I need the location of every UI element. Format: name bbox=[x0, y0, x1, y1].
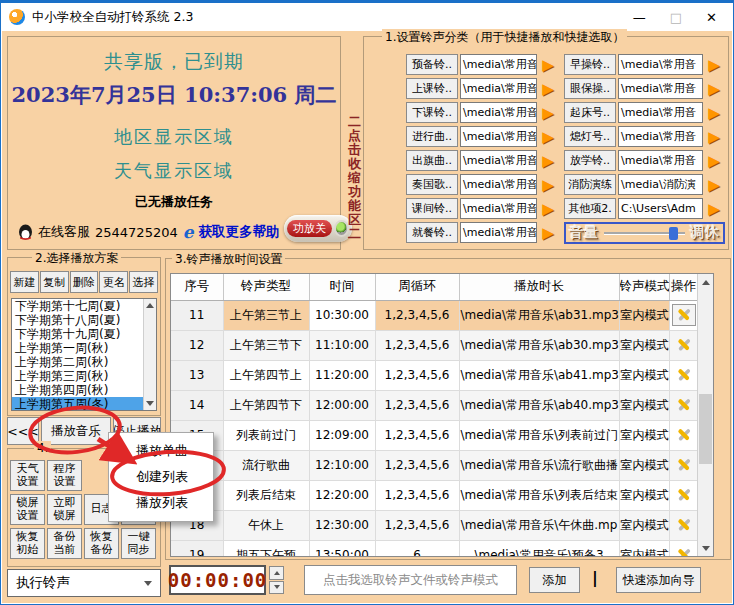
play-icon[interactable]: ▶ bbox=[703, 176, 725, 194]
category-button[interactable]: 其他项2. bbox=[564, 198, 616, 219]
tools-button[interactable] bbox=[672, 394, 696, 416]
category-button[interactable]: 课间铃.. bbox=[406, 198, 458, 219]
category-button[interactable]: 预备铃.. bbox=[406, 54, 458, 75]
tool-button[interactable]: 立即 锁屏 bbox=[47, 494, 82, 525]
tool-button[interactable]: 天气 设置 bbox=[10, 460, 45, 491]
scheme-list-scrollbar[interactable] bbox=[143, 299, 156, 410]
sound-path-field[interactable]: \media\常用音 bbox=[618, 54, 703, 75]
scheme-list-item[interactable]: 下学期第十八周(夏) bbox=[12, 313, 143, 327]
scheme-list-item[interactable]: 上学期第二周(秋) bbox=[12, 355, 143, 369]
scroll-up-icon[interactable] bbox=[144, 299, 156, 312]
sound-path-field[interactable]: \media\常用音 bbox=[618, 78, 703, 99]
maximize-button[interactable]: □ bbox=[670, 10, 682, 25]
category-button[interactable]: 出旗曲.. bbox=[406, 150, 458, 171]
scheme-list-item[interactable]: 上学期第五周(冬) bbox=[12, 397, 143, 411]
scheme-action-button[interactable]: 更名 bbox=[99, 271, 128, 293]
play-icon[interactable]: ▶ bbox=[537, 176, 559, 194]
sound-path-field[interactable]: \media\常用音 bbox=[618, 102, 703, 123]
schedule-row[interactable]: 16 流行歌曲 12:10:00 1,2,3,4,5,6 \media\常用音乐… bbox=[171, 450, 698, 480]
quick-add-wizard-button[interactable]: 快速添加向导 bbox=[616, 567, 701, 593]
tool-button[interactable]: 恢复 备份 bbox=[84, 528, 119, 559]
context-menu-item[interactable]: 播放列表 bbox=[109, 490, 213, 516]
category-button[interactable]: 熄灯号.. bbox=[564, 126, 616, 147]
close-button[interactable]: ✕ bbox=[706, 10, 717, 25]
play-icon[interactable]: ▶ bbox=[703, 80, 725, 98]
time-input[interactable]: 00:00:00 bbox=[169, 565, 266, 595]
context-menu-item[interactable]: 播放单曲 bbox=[109, 438, 213, 464]
play-icon[interactable]: ▶ bbox=[537, 200, 559, 218]
category-button[interactable]: 眼保操.. bbox=[564, 78, 616, 99]
tool-button[interactable]: 锁屏 设置 bbox=[10, 494, 45, 525]
category-button[interactable]: 起床号.. bbox=[564, 102, 616, 123]
scheme-action-button[interactable]: 新建 bbox=[10, 271, 39, 293]
play-music-button[interactable]: 播放音乐 bbox=[41, 417, 111, 445]
rest-adjust-label[interactable]: 调休 bbox=[690, 224, 720, 242]
scheme-list-item[interactable]: 上学期第四周(秋) bbox=[12, 383, 143, 397]
sound-path-field[interactable]: \media\常用音 bbox=[460, 78, 537, 99]
volume-slider-thumb[interactable] bbox=[669, 227, 678, 240]
scroll-up-icon[interactable] bbox=[698, 274, 713, 290]
minimize-button[interactable]: — bbox=[633, 10, 646, 25]
category-button[interactable]: 奏国歌.. bbox=[406, 174, 458, 195]
tool-button[interactable]: 一键 同步 bbox=[121, 528, 156, 559]
amp-toggle[interactable]: 功放关 bbox=[284, 215, 352, 242]
play-icon[interactable]: ▶ bbox=[703, 200, 725, 218]
tools-button[interactable] bbox=[672, 424, 696, 446]
category-button[interactable]: 早操铃.. bbox=[564, 54, 616, 75]
scheme-list-item[interactable]: 上学期第三周(秋) bbox=[12, 369, 143, 383]
scroll-down-icon[interactable] bbox=[144, 397, 156, 410]
collapse-strip[interactable]: 二点击收缩功能区二 bbox=[346, 115, 363, 249]
scheme-action-button[interactable]: 删除 bbox=[70, 271, 99, 293]
sound-picker-input[interactable]: 点击我选取铃声文件或铃声模式 bbox=[304, 565, 517, 595]
scheme-action-button[interactable]: 复制 bbox=[40, 271, 69, 293]
step-up-button[interactable] bbox=[269, 566, 284, 580]
category-button[interactable]: 进行曲.. bbox=[406, 126, 458, 147]
scheme-list-item[interactable]: 上学期第一周(秋) bbox=[12, 341, 143, 355]
schedule-row[interactable]: 11 上午第三节上 10:30:00 1,2,3,4,5,6 \media\常用… bbox=[171, 300, 698, 330]
context-menu-item[interactable]: 创建列表 bbox=[109, 464, 213, 490]
sound-path-field[interactable]: \media\常用音 bbox=[460, 198, 537, 219]
tool-button[interactable]: 恢复 初始 bbox=[10, 528, 45, 559]
tool-button[interactable]: 程序 设置 bbox=[47, 460, 82, 491]
category-button[interactable]: 消防演练 bbox=[564, 174, 616, 195]
play-icon[interactable]: ▶ bbox=[537, 224, 559, 242]
play-icon[interactable]: ▶ bbox=[703, 104, 725, 122]
tools-button[interactable] bbox=[672, 514, 696, 536]
schedule-scrollbar[interactable] bbox=[697, 274, 713, 556]
tools-button[interactable] bbox=[672, 334, 696, 356]
scheme-list-item[interactable]: 下学期第十九周(夏) bbox=[12, 327, 143, 341]
play-icon[interactable]: ▶ bbox=[537, 80, 559, 98]
tool-button[interactable]: 备份 当前 bbox=[47, 528, 82, 559]
play-icon[interactable]: ▶ bbox=[703, 56, 725, 74]
scroll-down-icon[interactable] bbox=[698, 540, 713, 556]
play-icon[interactable]: ▶ bbox=[537, 128, 559, 146]
scrollbar-thumb[interactable] bbox=[699, 394, 712, 464]
volume-label[interactable]: 音量 bbox=[569, 224, 599, 242]
volume-slider[interactable] bbox=[604, 232, 685, 235]
tools-button[interactable] bbox=[672, 304, 696, 326]
play-icon[interactable]: ▶ bbox=[703, 128, 725, 146]
category-button[interactable]: 就餐铃.. bbox=[406, 222, 458, 243]
tools-button[interactable] bbox=[672, 544, 696, 558]
schedule-row[interactable]: 18 午休上 12:30:00 1,2,3,4,5,6 \media\常用音乐\… bbox=[171, 510, 698, 540]
sound-path-field[interactable]: \media\常用音 bbox=[460, 222, 537, 243]
play-icon[interactable]: ▶ bbox=[537, 56, 559, 74]
sound-path-field[interactable]: \media\常用音 bbox=[618, 150, 703, 171]
sound-path-field[interactable]: \media\常用音 bbox=[460, 54, 537, 75]
category-button[interactable]: 下课铃.. bbox=[406, 102, 458, 123]
schedule-row[interactable]: 19 期五下午预 13:50:00 6 \media\常用音乐\预备3 室内模式 bbox=[171, 540, 698, 557]
sound-path-field[interactable]: \media\常用音 bbox=[460, 174, 537, 195]
schedule-row[interactable]: 14 上午第四节下 12:00:00 1,2,3,4,5,6 \media\常用… bbox=[171, 390, 698, 420]
schedule-row[interactable]: 17 列表后结束 12:20:00 1,2,3,4,5,6 \media\常用音… bbox=[171, 480, 698, 510]
tools-button[interactable] bbox=[672, 484, 696, 506]
schedule-row[interactable]: 12 上午第三节下 11:10:00 1,2,3,4,5,6 \media\常用… bbox=[171, 330, 698, 360]
schedule-row[interactable]: 15 列表前过门 12:09:00 1,2,3,4,5,6 \media\常用音… bbox=[171, 420, 698, 450]
category-button[interactable]: 上课铃.. bbox=[406, 78, 458, 99]
sound-path-field[interactable]: \media\消防演 bbox=[618, 174, 703, 195]
sound-path-field[interactable]: \media\常用音 bbox=[460, 102, 537, 123]
tools-button[interactable] bbox=[672, 454, 696, 476]
add-button[interactable]: 添加 bbox=[529, 567, 580, 593]
play-icon[interactable]: ▶ bbox=[703, 152, 725, 170]
play-icon[interactable]: ▶ bbox=[537, 104, 559, 122]
category-button[interactable]: 放学铃.. bbox=[564, 150, 616, 171]
